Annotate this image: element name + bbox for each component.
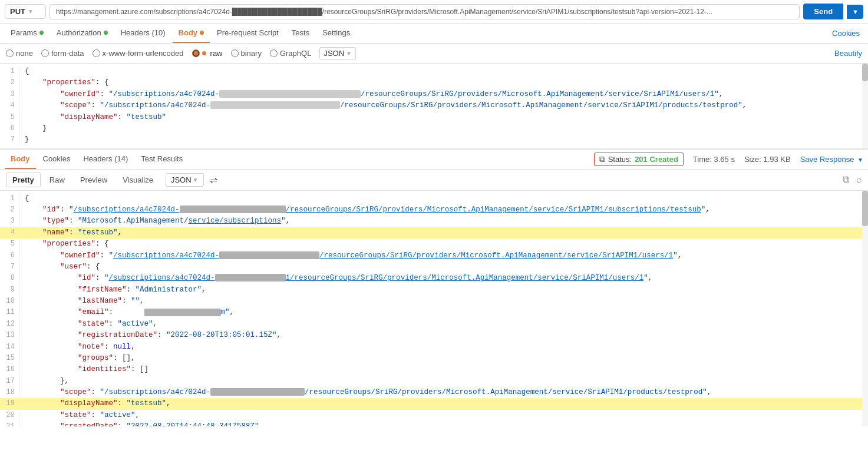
resp-line-17: 17 },: [0, 376, 868, 387]
send-button[interactable]: Send: [803, 4, 843, 19]
opt-formdata[interactable]: form-data: [41, 49, 84, 58]
response-time: Time: 3.65 s: [693, 155, 735, 164]
opt-raw[interactable]: raw: [192, 49, 223, 58]
req-line-2: 2 "properties": {: [0, 77, 868, 88]
resp-tab-cookies[interactable]: Cookies: [37, 150, 77, 169]
json-dropdown[interactable]: JSON ▼: [319, 47, 356, 59]
fmt-visualize[interactable]: Visualize: [116, 173, 160, 187]
resp-line-5: 5 "properties": {: [0, 239, 868, 250]
req-line-7: 7 }: [0, 134, 868, 145]
fmt-raw[interactable]: Raw: [43, 173, 71, 187]
copy-icon: ⧉: [599, 154, 605, 164]
response-status-area: ⧉ Status: 201 Created Time: 3.65 s Size:…: [594, 153, 863, 166]
tab-authorization[interactable]: Authorization: [51, 24, 114, 43]
response-body-editor: 1 { 2 "id": "/subscriptions/a4c7024d- /r…: [0, 191, 868, 426]
resp-line-15: 15 "groups": [],: [0, 353, 868, 364]
req-line-1: 1 {: [0, 66, 868, 77]
params-dot: [39, 31, 44, 35]
filter-icon[interactable]: ⇌: [210, 174, 217, 186]
opt-urlencoded[interactable]: x-www-form-urlencoded: [93, 49, 184, 58]
response-tabs-bar: Body Cookies Headers (14) Test Results ⧉…: [0, 150, 868, 170]
resp-line-19: 19 "displayName": "testsub",: [0, 398, 868, 409]
method-label: PUT: [10, 7, 25, 16]
req-line-5: 5 "displayName": "testsub": [0, 112, 868, 123]
method-chevron: ▼: [28, 8, 34, 15]
resp-line-9: 9 "firstName": "Administrator",: [0, 284, 868, 296]
method-select[interactable]: PUT ▼: [5, 4, 46, 19]
json-chevron-icon: ▼: [346, 50, 352, 57]
status-badge: ⧉ Status: 201 Created: [594, 153, 684, 166]
opt-binary[interactable]: binary: [231, 49, 262, 58]
resp-line-12: 12 "state": "active",: [0, 319, 868, 330]
resp-line-7: 7 "user": {: [0, 261, 868, 273]
send-dropdown-button[interactable]: ▼: [847, 5, 863, 19]
resp-line-3: 3 "type": "Microsoft.ApiManagement/servi…: [0, 216, 868, 227]
copy-response-icon[interactable]: ⧉: [843, 174, 849, 185]
tab-headers[interactable]: Headers (10): [115, 24, 171, 43]
resp-line-1: 1 {: [0, 193, 868, 204]
fmt-pretty[interactable]: Pretty: [6, 173, 41, 187]
tab-prerequest[interactable]: Pre-request Script: [211, 24, 285, 43]
save-response-button[interactable]: Save Response ▼: [800, 155, 863, 164]
response-icons: ⧉ ⌕: [843, 174, 862, 185]
resp-line-10: 10 "lastName": "",: [0, 296, 868, 307]
resp-tab-headers[interactable]: Headers (14): [77, 150, 134, 169]
resp-tab-testresults[interactable]: Test Results: [135, 150, 189, 169]
req-line-4: 4 "scope": "/subscriptions/a4c7024d-████…: [0, 100, 868, 111]
beautify-button[interactable]: Beautify: [834, 49, 862, 58]
resp-line-13: 13 "registrationDate": "2022-08-20T13:05…: [0, 330, 868, 341]
resp-line-8: 8 "id": "/subscriptions/a4c7024d- 1/reso…: [0, 273, 868, 284]
opt-graphql[interactable]: GraphQL: [270, 49, 311, 58]
resp-line-11: 11 "email": m",: [0, 307, 868, 318]
resp-line-2: 2 "id": "/subscriptions/a4c7024d- /resou…: [0, 204, 868, 216]
req-line-3: 3 "ownerId": "/subscriptions/a4c7024d-██…: [0, 89, 868, 100]
resp-json-dropdown[interactable]: JSON ▼: [166, 173, 204, 187]
cookies-link[interactable]: Cookies: [829, 24, 863, 42]
response-size: Size: 1.93 KB: [744, 155, 791, 164]
resp-line-18: 18 "scope": "/subscriptions/a4c7024d- /r…: [0, 387, 868, 398]
resp-tab-body[interactable]: Body: [5, 150, 36, 169]
raw-dot: [202, 51, 206, 55]
resp-line-16: 16 "identities": []: [0, 364, 868, 375]
resp-line-21: 21 "createdDate": "2022-08-20T14:44:48.3…: [0, 421, 868, 426]
request-tabs: Params Authorization Headers (10) Body P…: [0, 24, 868, 44]
req-line-6: 6 }: [0, 123, 868, 134]
tab-settings[interactable]: Settings: [316, 24, 356, 43]
auth-dot: [104, 31, 108, 35]
fmt-preview[interactable]: Preview: [74, 173, 114, 187]
save-resp-chevron-icon: ▼: [857, 157, 863, 163]
resp-line-4: 4 "name": "testsub",: [0, 227, 868, 239]
search-response-icon[interactable]: ⌕: [856, 174, 862, 185]
url-bar: PUT ▼ Send ▼: [0, 0, 868, 24]
url-input[interactable]: [49, 4, 800, 19]
response-format-bar: Pretty Raw Preview Visualize JSON ▼ ⇌ ⧉ …: [0, 170, 868, 191]
resp-json-chevron-icon: ▼: [193, 177, 199, 183]
resp-line-20: 20 "state": "active",: [0, 410, 868, 421]
body-dot: [200, 31, 204, 35]
resp-line-14: 14 "note": null,: [0, 342, 868, 353]
body-options-bar: none form-data x-www-form-urlencoded raw…: [0, 44, 868, 64]
tab-body[interactable]: Body: [173, 24, 210, 43]
request-body-editor[interactable]: 1 { 2 "properties": { 3 "ownerId": "/sub…: [0, 64, 868, 150]
tab-params[interactable]: Params: [5, 24, 49, 43]
resp-line-6: 6 "ownerId": "/subscriptions/a4c7024d- /…: [0, 250, 868, 261]
tab-tests[interactable]: Tests: [286, 24, 315, 43]
opt-none[interactable]: none: [6, 49, 33, 58]
